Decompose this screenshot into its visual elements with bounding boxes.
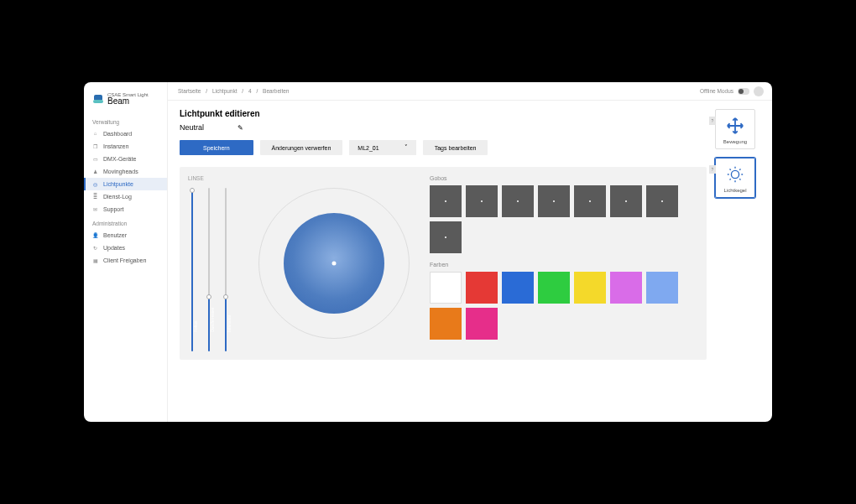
home-icon: ⌂	[92, 131, 98, 137]
color-swatch[interactable]	[610, 272, 642, 304]
save-button[interactable]: Speichern	[180, 140, 253, 155]
select-value: ML2_01	[358, 145, 378, 151]
gobo-dot-icon	[625, 200, 627, 202]
sidebar-item-label: Dashboard	[103, 131, 132, 137]
tags-button[interactable]: Tags bearbeiten	[423, 140, 488, 155]
gobo-dot-icon	[445, 200, 446, 202]
share-icon: ▦	[92, 257, 98, 263]
tool-lichtkegel[interactable]: ? Lichtkegel	[715, 158, 755, 198]
farben-label: Farben	[430, 262, 698, 268]
sidebar-item-dmx[interactable]: ▭DMX-Geräte	[84, 153, 167, 165]
slider-fokus[interactable]: Fokus	[188, 188, 196, 351]
sidebar-item-dienstlog[interactable]: ≣Dienst-Log	[84, 190, 167, 203]
color-swatch[interactable]	[574, 272, 606, 304]
gobo-slot[interactable]	[538, 185, 570, 217]
button-row: Speichern Änderungen verwerfen ML2_01 ˅ …	[180, 140, 707, 155]
sidebar-item-label: Support	[103, 206, 124, 212]
color-grid	[430, 272, 698, 340]
gobo-slot[interactable]	[466, 185, 498, 217]
pencil-icon[interactable]: ✎	[237, 124, 243, 132]
breadcrumb-sep: /	[206, 88, 207, 94]
discard-button[interactable]: Änderungen verwerfen	[260, 140, 343, 155]
topbar: Startseite / Lichtpunkt / 4 / Bearbeiten…	[168, 82, 772, 101]
editor-panel: LINSE Fokus	[180, 167, 707, 360]
sidebar-item-freigaben[interactable]: ▦Client Freigaben	[84, 254, 167, 267]
linse-column: LINSE Fokus	[188, 175, 238, 351]
point-icon: ◎	[92, 181, 98, 187]
svg-point-0	[731, 170, 739, 178]
color-swatch[interactable]	[466, 308, 498, 340]
breadcrumb: Startseite / Lichtpunkt / 4 / Bearbeiten	[176, 88, 291, 94]
sidebar-item-movingheads[interactable]: ♟Movingheads	[84, 165, 167, 178]
sidebar-item-lichtpunkte[interactable]: ◎Lichtpunkte	[84, 178, 167, 190]
logo-icon	[92, 93, 104, 105]
tool-label: Lichtkegel	[723, 188, 746, 193]
avatar[interactable]	[754, 86, 764, 96]
offline-label: Offline Modus	[700, 88, 733, 94]
breadcrumb-seg[interactable]: Lichtpunkt	[212, 88, 237, 94]
gobo-slot[interactable]	[574, 185, 606, 217]
tool-bewegung[interactable]: ? Bewegung	[715, 109, 755, 149]
head-icon: ♟	[92, 169, 98, 174]
sidebar-item-instanzen[interactable]: ❐Instanzen	[84, 140, 167, 153]
sidebar-item-label: Dienst-Log	[103, 194, 132, 200]
beam-ring[interactable]	[258, 188, 410, 339]
log-icon: ≣	[92, 194, 98, 200]
slider-label: Intensität	[227, 315, 232, 332]
gobo-slot[interactable]	[430, 185, 462, 217]
slider-thumb[interactable]	[223, 294, 228, 299]
copy-icon: ❐	[92, 143, 98, 149]
logo-title: Beam	[107, 97, 149, 106]
breadcrumb-sep: /	[256, 88, 258, 94]
tool-label: Bewegung	[723, 139, 747, 144]
color-swatch[interactable]	[430, 308, 462, 340]
sliders: Fokus Durchmesser	[188, 188, 238, 351]
color-swatch[interactable]	[538, 272, 570, 304]
breadcrumb-seg[interactable]: 4	[248, 88, 252, 94]
gobo-slot[interactable]	[430, 221, 462, 253]
offline-toggle[interactable]	[738, 88, 749, 95]
beam-circle[interactable]	[284, 213, 384, 314]
gobo-dot-icon	[553, 200, 555, 202]
gobo-slot[interactable]	[646, 185, 678, 217]
device-select[interactable]: ML2_01 ˅	[349, 140, 415, 155]
gobos-colors: Gobos Farben	[430, 175, 698, 351]
app-window: CSAE Smart Light Beam Verwaltung ⌂Dashbo…	[84, 82, 772, 422]
move-icon	[726, 117, 744, 136]
gobo-grid	[430, 185, 698, 253]
sidebar-item-label: Lichtpunkte	[103, 181, 133, 187]
gobo-slot[interactable]	[610, 185, 642, 217]
gobo-dot-icon	[481, 200, 483, 202]
drag-handle-icon[interactable]: ?	[709, 117, 716, 125]
gobo-slot[interactable]	[502, 185, 534, 217]
sidebar-item-support[interactable]: ✉Support	[84, 203, 167, 216]
sidebar-item-updates[interactable]: ↻Updates	[84, 242, 167, 254]
color-swatch[interactable]	[430, 272, 462, 304]
slider-intensitaet[interactable]: Intensität	[222, 188, 230, 351]
section-admin: Administration	[84, 216, 167, 229]
user-icon: 👤	[92, 232, 98, 238]
color-swatch[interactable]	[466, 272, 498, 304]
color-swatch[interactable]	[646, 272, 678, 304]
slider-durchmesser[interactable]: Durchmesser	[205, 188, 213, 351]
content: Lichtpunkt editieren Neutral ✎ Speichern…	[168, 101, 772, 422]
support-icon: ✉	[92, 206, 98, 212]
device-icon: ▭	[92, 156, 98, 162]
slider-thumb[interactable]	[190, 188, 195, 193]
lightpoint-name: Neutral	[180, 123, 204, 132]
sidebar-item-dashboard[interactable]: ⌂Dashboard	[84, 127, 167, 140]
slider-thumb[interactable]	[206, 294, 211, 299]
content-main: Lichtpunkt editieren Neutral ✎ Speichern…	[180, 109, 707, 413]
gobo-dot-icon	[661, 200, 663, 202]
gobo-dot-icon	[517, 200, 519, 202]
side-tools: ? Bewegung ? Lichtkegel	[715, 109, 760, 413]
gobo-dot-icon	[589, 200, 591, 202]
color-swatch[interactable]	[502, 272, 534, 304]
logo-text: CSAE Smart Light Beam	[107, 92, 149, 106]
topbar-right: Offline Modus	[700, 86, 764, 96]
breadcrumb-sep: /	[242, 88, 243, 94]
name-row: Neutral ✎	[180, 123, 707, 132]
drag-handle-icon[interactable]: ?	[709, 165, 716, 174]
sidebar-item-benutzer[interactable]: 👤Benutzer	[84, 229, 167, 242]
breadcrumb-seg[interactable]: Startseite	[178, 88, 201, 94]
